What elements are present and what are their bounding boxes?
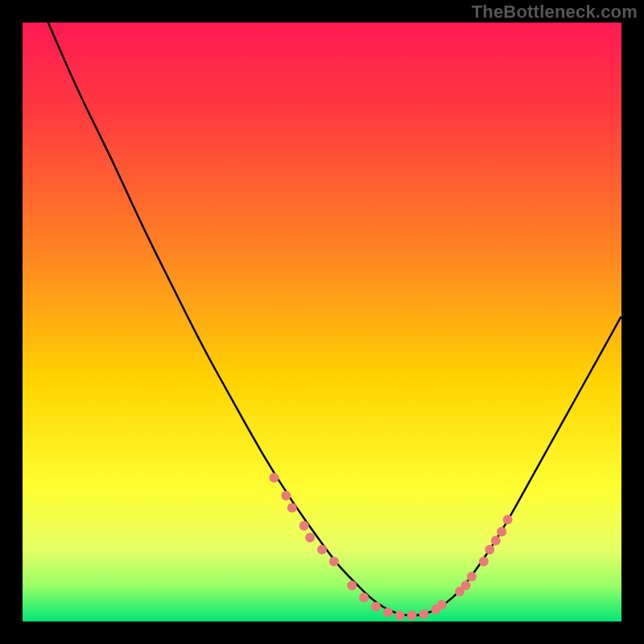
chart-frame: TheBottleneck.com — [0, 0, 644, 644]
marker-point — [329, 557, 339, 567]
gradient-background — [23, 23, 621, 621]
marker-point — [461, 580, 471, 590]
marker-point — [437, 600, 447, 609]
marker-point — [491, 536, 501, 546]
marker-point — [497, 526, 506, 536]
marker-point — [305, 533, 315, 543]
marker-point — [281, 491, 291, 501]
marker-point — [287, 503, 297, 513]
marker-point — [299, 521, 309, 530]
marker-point — [407, 611, 417, 621]
marker-point — [347, 580, 357, 590]
marker-point — [383, 608, 393, 617]
watermark-text: TheBottleneck.com — [472, 2, 638, 23]
marker-point — [359, 592, 369, 602]
marker-point — [485, 545, 494, 555]
marker-point — [503, 515, 513, 525]
chart-svg — [23, 23, 621, 621]
plot-area — [23, 23, 621, 621]
marker-point — [479, 557, 489, 567]
marker-point — [467, 572, 477, 581]
marker-point — [419, 609, 428, 619]
marker-point — [371, 601, 381, 611]
marker-point — [317, 545, 327, 555]
marker-point — [395, 611, 405, 621]
marker-point — [269, 473, 279, 482]
